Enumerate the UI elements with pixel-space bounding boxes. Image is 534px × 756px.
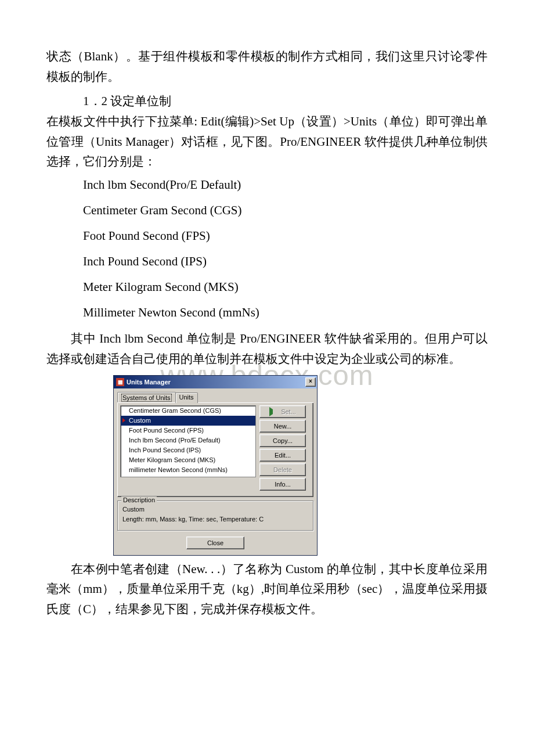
- tab-systems-of-units[interactable]: Systems of Units: [117, 392, 176, 402]
- unit-systems-list[interactable]: Centimeter Gram Second (CGS) Custom Foot…: [120, 405, 256, 477]
- unit-option-5: Meter Kilogram Second (MKS): [46, 274, 488, 300]
- units-manager-dialog: ▦ Units Manager × Systems of Units Units…: [113, 375, 317, 556]
- unit-option-1: Inch lbm Second(Pro/E Default): [46, 172, 488, 197]
- close-button[interactable]: Close: [186, 537, 244, 549]
- paragraph-3: 其中 Inch lbm Second 单位制是 Pro/ENGINEER 软件缺…: [46, 329, 488, 369]
- app-icon: ▦: [116, 378, 124, 386]
- paragraph-2: 在模板文件中执行下拉菜单: Edit(编辑)>Set Up（设置）>Units（…: [46, 111, 488, 172]
- description-line-2: Length: mm, Mass: kg, Time: sec, Tempera…: [122, 514, 309, 524]
- list-item[interactable]: Inch Pound Second (IPS): [121, 445, 255, 455]
- dialog-titlebar[interactable]: ▦ Units Manager ×: [114, 376, 317, 388]
- heading-1-2: 1．2 设定单位制: [46, 91, 488, 111]
- copy-button[interactable]: Copy...: [259, 434, 306, 447]
- paragraph-4: 在本例中笔者创建（New. . .）了名称为 Custom 的单位制，其中长度单…: [46, 559, 488, 620]
- tab-units[interactable]: Units: [175, 393, 198, 403]
- description-line-1: Custom: [122, 505, 309, 514]
- unit-option-4: Inch Pound Second (IPS): [46, 249, 488, 274]
- dialog-title: Units Manager: [127, 379, 171, 386]
- unit-option-2: Centimeter Gram Second (CGS): [46, 197, 488, 223]
- description-group: Description Custom Length: mm, Mass: kg,…: [117, 501, 313, 531]
- delete-button[interactable]: Delete: [259, 463, 306, 476]
- list-item[interactable]: Foot Pound Second (FPS): [121, 426, 255, 435]
- list-item[interactable]: Centimeter Gram Second (CGS): [121, 406, 255, 416]
- list-item[interactable]: Meter Kilogram Second (MKS): [121, 455, 255, 465]
- list-item[interactable]: Inch lbm Second (Pro/E Default): [121, 435, 255, 445]
- set-button[interactable]: Set...: [259, 405, 306, 418]
- info-button[interactable]: Info...: [259, 478, 306, 491]
- dialog-tabs: Systems of Units Units: [117, 392, 313, 403]
- paragraph-1: 状态（Blank）。基于组件模板和零件模板的制作方式相同，我们这里只讨论零件模板…: [46, 46, 488, 87]
- new-button[interactable]: New...: [259, 420, 306, 433]
- list-item-selected[interactable]: Custom: [121, 416, 255, 426]
- unit-option-3: Foot Pound Second (FPS): [46, 223, 488, 249]
- description-legend: Description: [121, 496, 157, 503]
- unit-option-6: Millimeter Newton Second (mmNs): [46, 300, 488, 325]
- list-item[interactable]: millimeter Newton Second (mmNs): [121, 465, 255, 475]
- edit-button[interactable]: Edit...: [259, 449, 306, 462]
- close-icon[interactable]: ×: [305, 377, 316, 387]
